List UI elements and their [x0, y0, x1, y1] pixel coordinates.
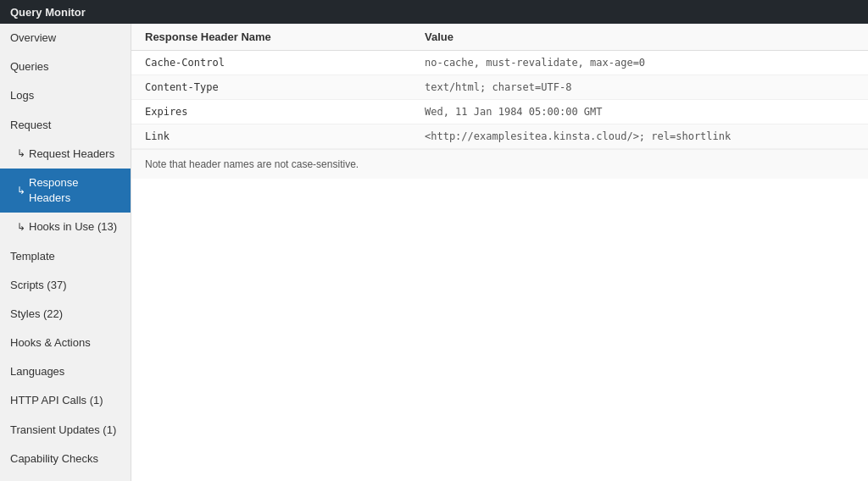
sidebar-item-label: Styles (22): [10, 307, 63, 322]
app-title: Query Monitor: [10, 6, 86, 19]
column-header-name: Response Header Name: [145, 30, 425, 43]
note-row: Note that header names are not case-sens…: [131, 149, 868, 179]
sidebar-item-template[interactable]: Template: [0, 242, 131, 271]
table-row: Link<http://examplesitea.kinsta.cloud/>;…: [131, 124, 868, 149]
header-name-cell: Content-Type: [145, 81, 425, 93]
main-layout: OverviewQueriesLogsRequest↳Request Heade…: [0, 24, 868, 481]
sidebar-item-label: Overview: [10, 30, 56, 46]
content-area: Response Header Name Value Cache-Control…: [131, 24, 868, 481]
sidebar-item-label: Hooks & Actions: [10, 335, 91, 351]
sidebar-item-capability-checks[interactable]: Capability Checks: [0, 445, 131, 473]
sidebar-item-label: Request Headers: [29, 147, 114, 162]
table-row: Cache-Controlno-cache, must-revalidate, …: [131, 51, 868, 75]
sidebar-item-styles[interactable]: Styles (22): [0, 300, 131, 329]
header-value-cell: no-cache, must-revalidate, max-age=0: [425, 57, 854, 69]
sub-item-prefix: ↳: [17, 184, 25, 198]
sidebar-item-label: Transient Updates (1): [10, 423, 116, 438]
sidebar-item-label: Capability Checks: [10, 451, 98, 467]
column-header-value: Value: [425, 30, 854, 43]
header-name-cell: Cache-Control: [145, 57, 425, 69]
sub-item-prefix: ↳: [17, 220, 25, 235]
sidebar-item-hooks-actions[interactable]: Hooks & Actions: [0, 329, 131, 357]
sidebar-item-languages[interactable]: Languages: [0, 357, 131, 386]
sidebar-item-hooks-in-use[interactable]: ↳Hooks in Use (13): [0, 213, 131, 241]
app-header: Query Monitor: [0, 0, 868, 24]
sidebar-item-label: Hooks in Use (13): [29, 219, 117, 235]
sidebar-item-scripts[interactable]: Scripts (37): [0, 271, 131, 300]
sub-item-prefix: ↳: [17, 147, 25, 161]
sidebar-item-response-headers[interactable]: ↳Response Headers: [0, 169, 131, 213]
sidebar-item-logs[interactable]: Logs: [0, 81, 131, 110]
header-value-cell: text/html; charset=UTF-8: [425, 81, 854, 93]
header-name-cell: Link: [145, 130, 425, 142]
sidebar-item-queries[interactable]: Queries: [0, 53, 131, 81]
sidebar-item-label: Queries: [10, 59, 49, 75]
table-header: Response Header Name Value: [131, 24, 868, 51]
header-name-cell: Expires: [145, 106, 425, 118]
table-row: ExpiresWed, 11 Jan 1984 05:00:00 GMT: [131, 100, 868, 124]
sidebar-item-environment[interactable]: Environment: [0, 473, 131, 481]
sidebar-item-label: Scripts (37): [10, 278, 66, 293]
sidebar-item-request[interactable]: Request: [0, 111, 131, 140]
sidebar-item-label: Request: [10, 118, 51, 133]
sidebar-item-label: Template: [10, 249, 55, 264]
sidebar: OverviewQueriesLogsRequest↳Request Heade…: [0, 24, 131, 481]
header-value-cell: <http://examplesitea.kinsta.cloud/>; rel…: [425, 130, 854, 142]
sidebar-item-request-headers[interactable]: ↳Request Headers: [0, 140, 131, 169]
table-row: Content-Typetext/html; charset=UTF-8: [131, 75, 868, 100]
header-value-cell: Wed, 11 Jan 1984 05:00:00 GMT: [425, 106, 854, 118]
sidebar-item-http-api-calls[interactable]: HTTP API Calls (1): [0, 386, 131, 415]
sidebar-item-overview[interactable]: Overview: [0, 24, 131, 53]
sidebar-item-label: Response Headers: [29, 175, 120, 206]
table-body: Cache-Controlno-cache, must-revalidate, …: [131, 51, 868, 149]
sidebar-item-label: Logs: [10, 88, 34, 103]
sidebar-item-transient-updates[interactable]: Transient Updates (1): [0, 416, 131, 445]
sidebar-item-label: Languages: [10, 364, 64, 379]
sidebar-item-label: HTTP API Calls (1): [10, 393, 103, 408]
